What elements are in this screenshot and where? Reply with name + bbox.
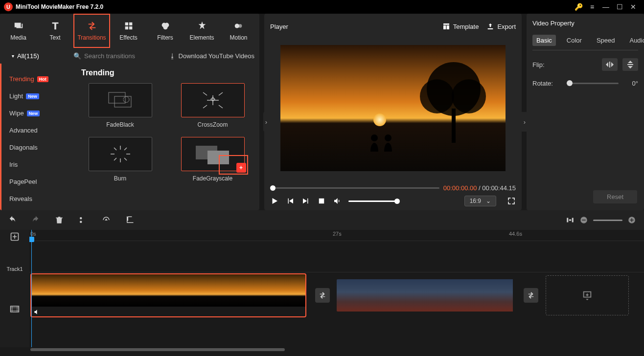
- track-label: Track1: [6, 266, 23, 272]
- delete-button[interactable]: [55, 216, 64, 224]
- tab-media[interactable]: Media: [0, 14, 37, 48]
- download-youtube-button[interactable]: ⭳ Download YouTube Videos: [169, 52, 254, 60]
- license-key-icon[interactable]: 🔑: [572, 3, 585, 11]
- clip-1[interactable]: [31, 274, 305, 316]
- zoom-in-button[interactable]: [627, 216, 636, 224]
- tab-motion[interactable]: Motion: [220, 14, 257, 48]
- svg-point-4: [238, 24, 242, 27]
- crop-button[interactable]: [125, 216, 134, 224]
- tab-media-label: Media: [10, 34, 26, 41]
- category-list: Trending Hot Light New Wipe New Advanced…: [0, 64, 73, 210]
- minimize-button[interactable]: —: [599, 3, 613, 11]
- timeline-scrollbar[interactable]: [0, 347, 644, 352]
- transition-slot-2[interactable]: [524, 288, 538, 303]
- split-button[interactable]: [78, 216, 87, 224]
- play-button[interactable]: [270, 197, 279, 205]
- library-toolbar: ▾ All(115) 🔍 Search transitions ⭳ Downlo…: [0, 48, 259, 64]
- transition-fadeblack[interactable]: FadeBlack: [81, 83, 159, 128]
- badge-new: New: [27, 111, 40, 116]
- transition-burn[interactable]: Burn: [81, 137, 159, 182]
- category-trending[interactable]: Trending Hot: [1, 70, 73, 88]
- chevron-down-icon: ▾: [12, 53, 14, 59]
- transition-fadegrayscale[interactable]: + FadeGrayscale: [174, 137, 252, 182]
- speed-button[interactable]: [102, 216, 111, 224]
- svg-point-13: [371, 134, 378, 141]
- transition-crosszoom[interactable]: CrossZoom: [174, 83, 252, 128]
- svg-point-12: [452, 79, 486, 113]
- svg-rect-17: [582, 220, 586, 221]
- category-iris[interactable]: Iris: [1, 156, 73, 173]
- aspect-ratio-select[interactable]: 16:9 ⌄: [464, 196, 496, 206]
- tab-effects[interactable]: Effects: [110, 14, 147, 48]
- undo-button[interactable]: [8, 216, 17, 224]
- reset-button[interactable]: Reset: [593, 190, 637, 203]
- player-panel: › Player Template Export: [264, 14, 522, 210]
- category-pagepeel[interactable]: PagePeel: [1, 173, 73, 190]
- all-categories-button[interactable]: ▾ All(115): [5, 52, 73, 60]
- fit-timeline-icon[interactable]: [566, 216, 575, 224]
- category-advanced[interactable]: Advanced: [1, 122, 73, 139]
- clip-placeholder[interactable]: [546, 275, 629, 315]
- volume-icon[interactable]: [333, 197, 342, 205]
- maximize-button[interactable]: ☐: [613, 3, 626, 11]
- zoom-slider[interactable]: [593, 220, 622, 221]
- timeline-panel: Track1 0s 27s 44.6s: [0, 210, 644, 352]
- category-wipe[interactable]: Wipe New: [1, 105, 73, 122]
- time-display: 00:00:00.00 / 00:00:44.15: [443, 184, 516, 192]
- clip-2[interactable]: [337, 279, 514, 312]
- tab-color[interactable]: Color: [563, 35, 586, 46]
- add-track-icon[interactable]: [10, 232, 20, 242]
- redo-button[interactable]: [31, 216, 40, 224]
- video-track-icon: [10, 304, 20, 314]
- chevron-down-icon: ⌄: [486, 198, 491, 204]
- tab-transitions[interactable]: Transitions: [73, 14, 110, 48]
- svg-rect-22: [11, 306, 19, 312]
- tab-speed[interactable]: Speed: [593, 35, 619, 46]
- flip-label: Flip:: [532, 61, 562, 68]
- stop-button[interactable]: [317, 197, 326, 205]
- panel-collapse-handle[interactable]: ›: [263, 112, 269, 132]
- flip-horizontal-button[interactable]: [602, 58, 618, 71]
- prev-frame-button[interactable]: [286, 197, 295, 205]
- zoom-out-button[interactable]: [579, 216, 588, 224]
- next-frame-button[interactable]: [301, 197, 310, 205]
- hamburger-menu-icon[interactable]: ≡: [585, 3, 599, 11]
- category-reveals[interactable]: Reveals: [1, 190, 73, 207]
- time-ruler[interactable]: 0s 27s 44.6s: [29, 230, 644, 241]
- volume-slider[interactable]: [348, 200, 397, 202]
- video-track[interactable]: [29, 272, 644, 319]
- property-panel: › Video Property Basic Color Speed Audio…: [527, 14, 644, 210]
- badge-new: New: [26, 93, 39, 99]
- close-button[interactable]: ✕: [626, 3, 640, 11]
- all-label: All(115): [17, 52, 39, 60]
- overlay-track[interactable]: [29, 241, 644, 272]
- export-button[interactable]: Export: [486, 22, 516, 30]
- tab-basic[interactable]: Basic: [532, 35, 556, 46]
- flip-vertical-button[interactable]: [622, 58, 638, 71]
- speaker-icon: [33, 309, 40, 315]
- timeline-tracks[interactable]: 0s 27s 44.6s: [29, 230, 644, 347]
- search-input[interactable]: 🔍 Search transitions: [73, 52, 169, 60]
- app-icon: U: [4, 2, 13, 11]
- category-light[interactable]: Light New: [1, 88, 73, 105]
- panel-collapse-handle[interactable]: ›: [522, 112, 528, 132]
- transition-slot-1[interactable]: [315, 288, 330, 303]
- seek-bar[interactable]: 00:00:00.00 / 00:00:44.15: [270, 184, 516, 192]
- svg-rect-15: [319, 199, 324, 204]
- titlebar: U MiniTool MovieMaker Free 7.2.0 🔑 ≡ — ☐…: [0, 0, 644, 14]
- tab-text[interactable]: Text: [37, 14, 73, 48]
- transition-grid: Trending FadeBlack CrossZoom Burn: [73, 64, 259, 210]
- property-title: Video Property: [532, 20, 638, 27]
- fullscreen-button[interactable]: [507, 197, 516, 205]
- playhead[interactable]: [31, 230, 32, 347]
- template-button[interactable]: Template: [442, 22, 479, 30]
- tab-elements[interactable]: Elements: [184, 14, 220, 48]
- preview-viewport[interactable]: [280, 45, 506, 171]
- tab-filters[interactable]: Filters: [147, 14, 184, 48]
- category-diagonals[interactable]: Diagonals: [1, 139, 73, 156]
- library-panel: Media Text Transitions Effects Filters E…: [0, 14, 259, 210]
- tab-audio[interactable]: Audio: [625, 35, 644, 46]
- tab-filters-label: Filters: [157, 34, 173, 41]
- add-transition-button[interactable]: +: [236, 163, 246, 173]
- rotate-slider[interactable]: [567, 83, 619, 84]
